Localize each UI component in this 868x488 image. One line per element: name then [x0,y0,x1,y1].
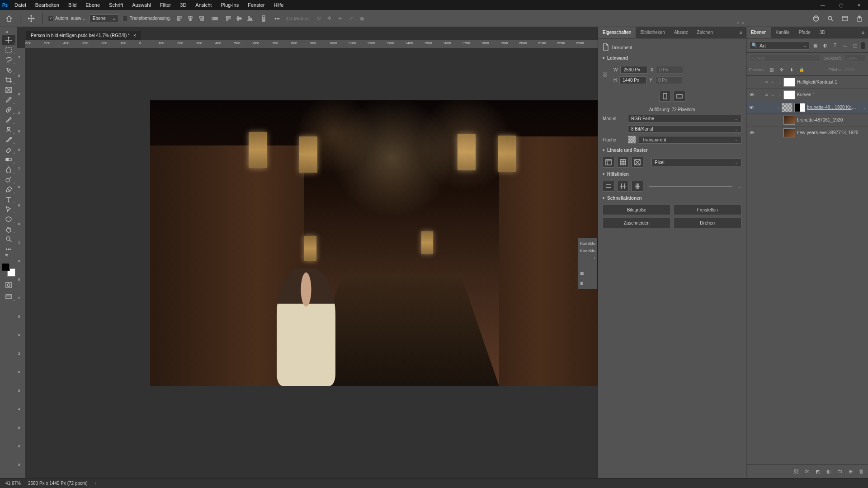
close-tab-icon[interactable]: × [133,33,136,38]
tab-3d[interactable]: 3D [815,27,830,38]
new-layer-icon[interactable]: ⊞ [846,467,854,475]
guide-color-chevron-icon[interactable]: ⌄ [738,184,741,189]
layer-mask-icon[interactable]: ◩ [814,467,822,475]
tab-kanaele[interactable]: Kanäle [771,27,794,38]
menu-bild[interactable]: Bild [64,0,81,9]
layer-name[interactable]: Kurven 1 [797,92,815,97]
lock-pixels-icon[interactable]: ▨ [768,66,776,74]
hand-tool[interactable] [2,224,15,234]
guide-h-button[interactable] [603,181,614,192]
layer-group-icon[interactable]: 🗀 [835,467,844,475]
orientation-portrait-button[interactable] [659,91,671,102]
zoom-level[interactable]: 41,67% [5,481,21,486]
quick-select-tool[interactable] [2,65,15,75]
expand-toolbox-icon[interactable]: » [5,29,11,33]
menu-datei[interactable]: Datei [10,0,31,9]
menu-schrift[interactable]: Schrift [104,0,127,9]
document-tab[interactable]: Person in bild einfügen.psdc bei 41,7% (… [26,31,141,40]
history-brush-tool[interactable] [2,135,15,145]
tab-absatz[interactable]: Absatz [670,27,693,38]
search-icon[interactable] [826,14,835,23]
menu-ebene[interactable]: Ebene [81,0,104,9]
korrekturen-doc-icon[interactable]: 🗎 [580,280,595,287]
menu-3d[interactable]: 3D [175,0,191,9]
layers-panel-menu-icon[interactable]: ≡ [858,27,868,38]
type-tool[interactable] [2,194,15,204]
layer-row[interactable]: fx↳⬨Helligkeit/Kontrast 1 [746,76,868,89]
filter-pixel-icon[interactable]: ▦ [811,42,819,50]
clone-stamp-tool[interactable] [2,125,15,135]
frame-tool[interactable] [2,85,15,95]
minimize-button[interactable]: — [814,0,832,10]
lock-artboard-icon[interactable]: ⬍ [788,66,796,74]
gradient-tool[interactable] [2,155,15,164]
link-dimensions-icon[interactable]: ⛓ [603,72,608,78]
shape-tool[interactable] [2,214,15,224]
menu-plugins[interactable]: Plug-ins [216,0,243,9]
layer-thumbnail[interactable] [783,128,795,137]
align-hcenter-button[interactable] [185,14,195,23]
share-icon[interactable] [854,14,864,23]
swap-colors-icon[interactable] [2,254,15,260]
ruler-toggle-button[interactable] [603,157,614,168]
pixel-grid-button[interactable] [632,157,643,168]
tab-zeichen[interactable]: Zeichen [692,27,717,38]
horizontal-ruler[interactable]: 6005004003002001000100200300400500600700… [25,40,598,48]
layer-row[interactable]: brunette-487061_1920 [746,114,868,127]
adjustment-layer-icon[interactable]: ◐ [825,467,833,475]
blur-tool[interactable] [2,164,15,174]
maximize-button[interactable]: ▢ [832,0,850,10]
tab-bibliotheken[interactable]: Bibliotheken [636,27,669,38]
section-leinwand[interactable]: Leinwand [603,56,741,61]
mask-link-icon[interactable]: ⬨ [777,80,782,84]
transform-controls-checkbox[interactable]: Transformationsstrg. [123,16,171,21]
menu-bearbeiten[interactable]: Bearbeiten [31,0,64,9]
grid-toggle-button[interactable] [617,157,629,168]
section-rulers[interactable]: Lineale und Raster [603,148,741,153]
link-layers-icon[interactable]: ⛓ [792,467,800,475]
move-tool[interactable] [2,35,15,45]
align-vcenter-button[interactable] [234,14,244,23]
workspace-switch-icon[interactable] [840,14,850,23]
layer-fx-icon[interactable]: fx [803,467,811,475]
collapse-panel-icon[interactable]: « [737,21,739,25]
crop-tool[interactable] [2,75,15,85]
layer-row[interactable]: 👁fx↳⬨Kurven 1 [746,89,868,101]
align-bottom-button[interactable] [245,14,255,23]
opacity-field[interactable]: 100% [844,55,865,62]
auto-select-checkbox[interactable]: ✓Autom. ausw… [48,16,86,21]
width-field[interactable]: 2560 Px [620,66,647,74]
distribute-h-button[interactable] [210,14,220,23]
height-field[interactable]: 1440 Px [619,76,646,84]
move-tool-icon[interactable] [26,13,37,24]
filter-adjust-icon[interactable]: ◐ [821,42,829,50]
marquee-tool[interactable] [2,45,15,55]
document-dimensions[interactable]: 2560 Px x 1440 Px (72 ppcm) [28,481,88,486]
more-align-button[interactable]: ••• [272,14,282,23]
layer-thumbnail[interactable] [783,78,795,87]
layer-name[interactable]: brunette-48…1920 Kopie… [807,105,858,110]
align-left-button[interactable] [175,14,184,23]
guide-v-button[interactable] [617,181,629,192]
adjustments-panel-peek[interactable]: Korrektu Korrektu › ▦ 🗎 [578,238,598,289]
align-top-button[interactable] [223,14,233,23]
panel-menu-icon[interactable]: ≡ [736,27,746,38]
color-mode-select[interactable]: RGB-Farbe [628,115,741,122]
status-menu-icon[interactable]: › [95,481,96,486]
healing-tool[interactable] [2,105,15,115]
lasso-tool[interactable] [2,55,15,65]
visibility-toggle[interactable]: 👁 [748,130,755,136]
mask-link-icon[interactable]: ⬨ [777,93,782,97]
layer-filter-type[interactable]: 🔍 Art ⌄ [749,41,809,50]
fill-select[interactable]: Transparent [639,136,741,144]
fill-opacity-field[interactable]: 100% [844,67,865,72]
mask-link-icon[interactable]: ⬨ [775,105,779,110]
blend-mode-select[interactable]: Normal [749,55,821,62]
visibility-toggle[interactable]: 👁 [748,92,755,98]
layer-thumbnail[interactable] [783,90,795,99]
filter-type-icon[interactable]: T [831,42,839,50]
align-right-button[interactable] [196,14,206,23]
zoom-tool[interactable] [2,234,15,244]
distribute-v-button[interactable] [259,14,269,23]
section-guides[interactable]: Hilfslinien [603,172,741,177]
